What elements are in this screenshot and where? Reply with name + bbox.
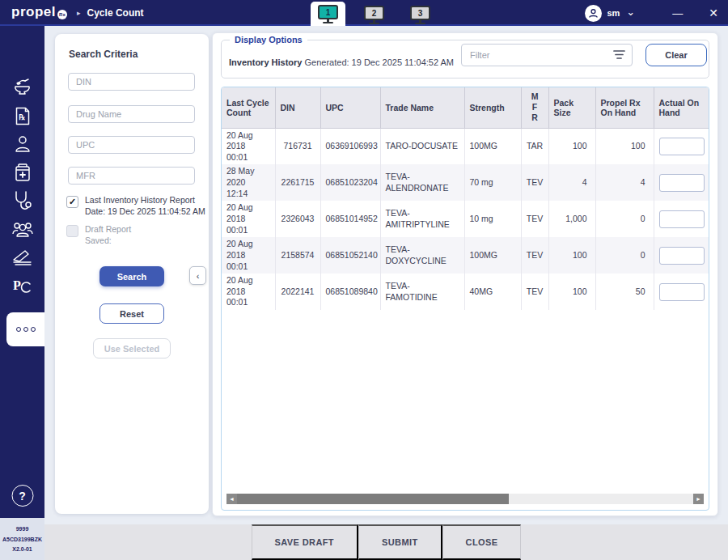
page-title: Cycle Count bbox=[87, 7, 144, 19]
chevron-down-icon[interactable]: ⌄ bbox=[626, 6, 635, 18]
filter-icon[interactable] bbox=[613, 49, 625, 60]
collapse-panel-button[interactable]: ‹ bbox=[189, 266, 206, 285]
svg-text:P: P bbox=[13, 278, 21, 292]
col-last-cycle-count: Last Cycle Count bbox=[222, 87, 275, 128]
actual-on-hand-input[interactable] bbox=[659, 283, 705, 301]
more-icon bbox=[16, 327, 21, 332]
app-logo: propel Rx bbox=[11, 4, 67, 20]
filter-input[interactable] bbox=[461, 44, 633, 66]
col-mfr: MFR bbox=[521, 87, 548, 128]
minimize-button[interactable]: — bbox=[672, 7, 683, 19]
table-row[interactable]: 20 Aug 2018 00:01 2158574 06851052140 TE… bbox=[222, 237, 709, 274]
horizontal-scrollbar[interactable]: ◄ ► bbox=[226, 494, 704, 504]
people-group-icon bbox=[11, 220, 34, 239]
version-info: 9999 A5CD3199BZK X2.0-01 bbox=[0, 518, 44, 560]
monitor-icon: 2 bbox=[364, 6, 384, 20]
footer-action-bar: SAVE DRAFT SUBMIT CLOSE bbox=[44, 524, 728, 560]
pc-monogram-icon: P bbox=[12, 276, 33, 295]
svg-text:℞: ℞ bbox=[19, 113, 25, 121]
submit-button[interactable]: SUBMIT bbox=[358, 524, 442, 560]
col-propel-rx-on-hand: Propel Rx On Hand bbox=[595, 87, 654, 128]
scroll-left-arrow[interactable]: ◄ bbox=[226, 494, 237, 504]
upc-field[interactable] bbox=[68, 136, 195, 154]
reset-button[interactable]: Reset bbox=[99, 303, 164, 324]
display-options-label: Display Options bbox=[230, 35, 307, 45]
use-selected-button[interactable]: Use Selected bbox=[93, 338, 171, 358]
session-tab-1[interactable]: 1 bbox=[311, 2, 345, 26]
inventory-table-container: Last Cycle Count DIN UPC Trade Name Stre… bbox=[221, 87, 709, 511]
table-header-row: Last Cycle Count DIN UPC Trade Name Stre… bbox=[222, 87, 709, 128]
table-row[interactable]: 20 Aug 2018 00:01 2326043 06851014952 TE… bbox=[222, 201, 709, 237]
session-tab-2[interactable]: 2 bbox=[357, 2, 392, 26]
last-inventory-checkbox[interactable]: ✓ bbox=[66, 196, 78, 208]
person-icon bbox=[588, 8, 599, 19]
col-pack-size: Pack Size bbox=[548, 87, 595, 128]
inventory-history-line: Inventory History Generated: 19 Dec 2025… bbox=[229, 57, 454, 67]
rx-document-icon: ℞ bbox=[14, 106, 32, 126]
actual-on-hand-input[interactable] bbox=[659, 210, 705, 228]
sidebar-nav: ℞ bbox=[0, 26, 44, 518]
top-bar: propel Rx ▸ Cycle Count 1 2 3 sm bbox=[0, 0, 728, 26]
search-criteria-title: Search Criteria bbox=[69, 49, 138, 60]
sidebar-item-compounding[interactable] bbox=[11, 78, 35, 97]
breadcrumb-arrow-icon: ▸ bbox=[77, 9, 81, 17]
drug-name-field[interactable] bbox=[68, 105, 195, 123]
cycle-count-main-panel: Display Options Inventory History Genera… bbox=[212, 32, 718, 516]
col-din: DIN bbox=[275, 87, 320, 128]
session-tab-3[interactable]: 3 bbox=[403, 2, 438, 26]
actual-on-hand-input[interactable] bbox=[659, 174, 705, 192]
sidebar-item-pharmaconnect[interactable]: P bbox=[11, 276, 35, 295]
close-window-button[interactable]: ✕ bbox=[709, 6, 718, 19]
table-row[interactable]: 20 Aug 2018 00:01 2022141 06851089840 TE… bbox=[222, 274, 709, 310]
inventory-table: Last Cycle Count DIN UPC Trade Name Stre… bbox=[222, 87, 709, 310]
col-actual-on-hand: Actual On Hand bbox=[654, 87, 709, 128]
scroll-right-arrow[interactable]: ► bbox=[693, 494, 704, 504]
sidebar-item-clinical[interactable] bbox=[11, 191, 35, 210]
monitor-icon: 1 bbox=[318, 5, 338, 19]
sidebar-item-signature[interactable] bbox=[11, 248, 35, 267]
last-inventory-checkbox-label: Last Inventory History Report Date: 19 D… bbox=[85, 194, 206, 217]
sidebar-item-medications[interactable] bbox=[11, 163, 35, 182]
sidebar-item-groups[interactable] bbox=[11, 219, 35, 239]
breadcrumb: ▸ Cycle Count bbox=[77, 7, 144, 19]
help-button[interactable]: ? bbox=[11, 485, 33, 507]
display-options-group: Display Options Inventory History Genera… bbox=[221, 35, 709, 78]
user-avatar[interactable] bbox=[585, 5, 602, 22]
pill-bottle-icon bbox=[13, 162, 32, 183]
draft-report-checkbox[interactable] bbox=[66, 225, 78, 237]
stethoscope-icon bbox=[13, 190, 32, 211]
sidebar-item-patient[interactable] bbox=[11, 134, 35, 154]
table-row[interactable]: 28 May 2020 12:14 2261715 06851023204 TE… bbox=[222, 164, 709, 201]
session-tabstrip: 1 2 3 bbox=[311, 0, 438, 26]
din-field[interactable] bbox=[68, 73, 195, 91]
save-draft-button[interactable]: SAVE DRAFT bbox=[252, 524, 358, 560]
clear-filter-button[interactable]: Clear bbox=[645, 44, 707, 66]
scrollbar-thumb[interactable] bbox=[237, 494, 509, 504]
report-title: Inventory History bbox=[229, 57, 302, 67]
sidebar-item-more[interactable] bbox=[6, 312, 44, 346]
close-button[interactable]: CLOSE bbox=[442, 524, 522, 560]
mfr-field[interactable] bbox=[68, 167, 195, 185]
generated-timestamp: Generated: 19 Dec 2025 11:04:52 AM bbox=[302, 57, 454, 67]
table-row[interactable]: 20 Aug 2018 00:01 716731 06369106993 TAR… bbox=[222, 128, 709, 164]
col-trade-name: Trade Name bbox=[380, 87, 464, 128]
actual-on-hand-input[interactable] bbox=[659, 247, 705, 265]
user-name: sm bbox=[607, 8, 620, 18]
logo-text: propel bbox=[11, 4, 56, 20]
col-strength: Strength bbox=[464, 87, 521, 128]
sidebar-item-prescriptions[interactable]: ℞ bbox=[11, 106, 35, 125]
col-upc: UPC bbox=[320, 87, 380, 128]
draft-report-checkbox-label: Draft Report Saved: bbox=[85, 223, 206, 246]
search-criteria-panel: Search Criteria ✓ Last Inventory History… bbox=[55, 34, 209, 514]
actual-on-hand-input[interactable] bbox=[659, 138, 705, 155]
monitor-icon: 3 bbox=[410, 6, 430, 20]
signature-pad-icon bbox=[11, 248, 33, 266]
rx-badge-icon: Rx bbox=[57, 10, 67, 19]
mortar-pestle-icon bbox=[12, 78, 32, 97]
search-button[interactable]: Search bbox=[99, 266, 164, 286]
patient-icon bbox=[13, 134, 32, 154]
